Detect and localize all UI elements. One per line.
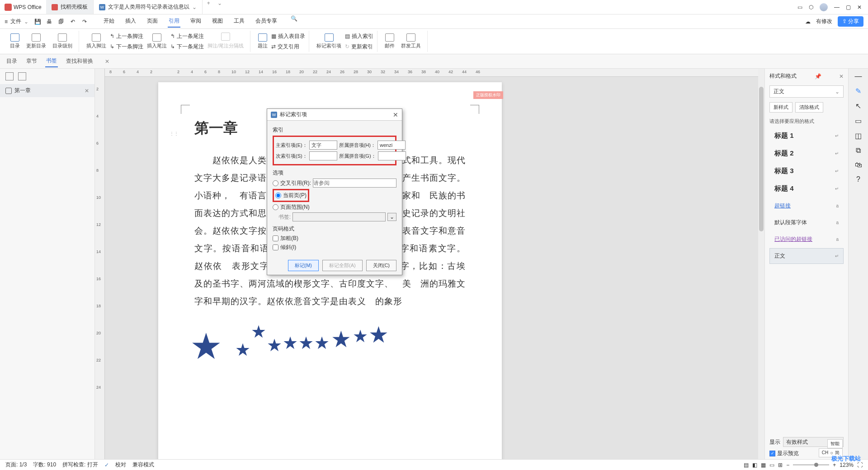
bold-checkbox[interactable] bbox=[273, 235, 278, 241]
chain-icon[interactable]: ⧉ bbox=[856, 146, 861, 155]
word-count[interactable]: 字数: 910 bbox=[33, 461, 56, 469]
sort-desc-icon[interactable] bbox=[18, 72, 26, 80]
search-icon[interactable]: 🔍 bbox=[291, 15, 297, 28]
toc-level-button[interactable]: 目录级别 bbox=[50, 33, 75, 49]
style-visited-link[interactable]: 已访问的超链接a bbox=[769, 231, 844, 247]
drag-handle-icon[interactable]: ⋮⋮ bbox=[170, 131, 179, 136]
dialog-close-icon[interactable]: ✕ bbox=[393, 111, 398, 118]
close-icon[interactable]: ✕ bbox=[857, 4, 862, 10]
next-endnote[interactable]: ↳ 下一条尾注 bbox=[170, 42, 204, 52]
view-icon3[interactable]: ▦ bbox=[761, 462, 766, 468]
new-style-button[interactable]: 新样式 bbox=[769, 102, 793, 113]
file-menu[interactable]: ≡ 文件 ⌄ bbox=[5, 18, 28, 25]
style-heading3[interactable]: 标题 3↵ bbox=[769, 163, 844, 179]
scrollbar[interactable] bbox=[758, 69, 764, 461]
dialog-titlebar[interactable]: W 标记索引项 ✕ bbox=[267, 109, 402, 121]
page-range-option[interactable]: 页面范围(N) bbox=[273, 203, 396, 211]
menu-view[interactable]: 视图 bbox=[211, 15, 224, 28]
pin-icon[interactable]: 📌 bbox=[815, 73, 821, 80]
cross-ref-input[interactable] bbox=[313, 179, 396, 188]
current-page-radio[interactable] bbox=[275, 193, 281, 198]
spellcheck-status[interactable]: 拼写检查: 打开 bbox=[62, 461, 98, 469]
sort-asc-icon[interactable] bbox=[5, 72, 14, 80]
tab-dropdown-icon[interactable]: ⌄ bbox=[192, 4, 197, 10]
mail-button[interactable]: 邮件 bbox=[382, 33, 397, 49]
view-icon5[interactable]: ⊞ bbox=[778, 462, 783, 468]
cloud-icon[interactable]: ☁ bbox=[805, 19, 811, 25]
italic-checkbox[interactable] bbox=[273, 244, 278, 250]
view-icon1[interactable]: ▤ bbox=[744, 462, 749, 468]
style-heading2[interactable]: 标题 2↵ bbox=[769, 145, 844, 162]
close-button[interactable]: 关闭(C) bbox=[366, 260, 396, 271]
bookmark-dropdown-icon[interactable]: ⌄ bbox=[387, 213, 396, 221]
preview-icon[interactable]: 🗐 bbox=[57, 19, 65, 25]
share-button[interactable]: ⇪ 分享 bbox=[838, 16, 863, 27]
sub-entry-input[interactable] bbox=[309, 151, 337, 160]
nav-tab-find[interactable]: 查找和替换 bbox=[65, 56, 94, 67]
maximize-icon[interactable]: ▢ bbox=[846, 4, 851, 10]
cube-icon[interactable]: ⬡ bbox=[809, 4, 813, 10]
mark-entry-button[interactable]: 标记索引项 bbox=[314, 33, 344, 49]
cross-ref-option[interactable]: 交叉引用(R): bbox=[273, 179, 396, 188]
insert-endnote-button[interactable]: 插入尾注 bbox=[144, 33, 170, 49]
style-hyperlink[interactable]: 超链接a bbox=[769, 198, 844, 214]
select-icon[interactable]: ▭ bbox=[855, 117, 862, 125]
prev-endnote[interactable]: ↰ 上一条尾注 bbox=[170, 32, 204, 41]
page-range-radio[interactable] bbox=[273, 204, 278, 210]
menu-reference[interactable]: 引用 bbox=[168, 15, 180, 28]
pinyin-h-input[interactable] bbox=[377, 141, 406, 150]
panel-close-icon[interactable]: ✕ bbox=[839, 73, 844, 80]
nav-tab-chapter[interactable]: 章节 bbox=[25, 56, 38, 67]
menu-start[interactable]: 开始 bbox=[103, 15, 115, 28]
current-style-combo[interactable]: 正文 ⌄ bbox=[769, 85, 844, 98]
tab-document[interactable]: W 文字是人类用符号记录表达信息以 ⌄ bbox=[94, 0, 203, 14]
toc-button[interactable]: 目录 bbox=[7, 33, 23, 49]
cross-ref-radio[interactable] bbox=[273, 180, 278, 186]
mail-merge-button[interactable]: 群发工具 bbox=[398, 33, 424, 49]
tab-list-icon[interactable]: ⌄ bbox=[217, 0, 222, 14]
mark-button[interactable]: 标记(M) bbox=[288, 260, 319, 271]
bookmark-select[interactable] bbox=[292, 212, 386, 221]
save-icon[interactable]: 💾 bbox=[34, 19, 41, 25]
page-indicator[interactable]: 页面: 1/3 bbox=[5, 461, 27, 469]
slider-thumb[interactable] bbox=[814, 463, 818, 467]
bold-option[interactable]: 加粗(B) bbox=[273, 235, 396, 242]
menu-member[interactable]: 会员专享 bbox=[255, 15, 278, 28]
zoom-out-icon[interactable]: − bbox=[786, 462, 789, 468]
menu-tools[interactable]: 工具 bbox=[233, 15, 245, 28]
zoom-slider[interactable] bbox=[793, 464, 829, 465]
scrollbar-thumb[interactable] bbox=[759, 87, 764, 231]
style-heading4[interactable]: 标题 4↵ bbox=[769, 180, 844, 197]
tab-template[interactable]: 找稻壳模板 bbox=[46, 0, 94, 14]
insert-index[interactable]: ▤ 插入索引 bbox=[345, 32, 373, 41]
help-icon[interactable]: ? bbox=[856, 175, 860, 183]
menu-insert[interactable]: 插入 bbox=[124, 15, 137, 28]
mark-all-button[interactable]: 标记全部(A) bbox=[322, 260, 363, 271]
next-footnote[interactable]: ↳ 下一条脚注 bbox=[110, 42, 143, 52]
view-icon2[interactable]: ◧ bbox=[752, 462, 757, 468]
brush-icon[interactable]: ✎ bbox=[855, 87, 861, 95]
menu-review[interactable]: 审阅 bbox=[189, 15, 202, 28]
insert-footnote-button[interactable]: 插入脚注 bbox=[84, 33, 109, 49]
cross-ref[interactable]: ⇄ 交叉引用 bbox=[271, 42, 305, 52]
style-normal[interactable]: 正文↵ bbox=[769, 248, 844, 264]
box-icon[interactable]: ▭ bbox=[797, 4, 802, 10]
clear-format-button[interactable]: 清除格式 bbox=[795, 102, 823, 113]
collapse-icon[interactable]: — bbox=[855, 72, 862, 80]
pinyin-g-input[interactable] bbox=[378, 151, 406, 160]
proof-icon[interactable]: ✓ bbox=[104, 462, 109, 468]
undo-icon[interactable]: ↶ bbox=[69, 19, 76, 25]
style-default-font[interactable]: 默认段落字体a bbox=[769, 215, 844, 230]
cursor-icon[interactable]: ↖ bbox=[855, 102, 861, 110]
menu-page[interactable]: 页面 bbox=[146, 15, 159, 28]
redo-icon[interactable]: ↷ bbox=[81, 19, 88, 25]
print-icon[interactable]: 🖶 bbox=[46, 19, 53, 25]
nav-tab-toc[interactable]: 目录 bbox=[5, 56, 18, 67]
bookmark-delete-icon[interactable]: ✕ bbox=[85, 88, 89, 94]
proof-label[interactable]: 校对 bbox=[115, 461, 126, 469]
style-heading1[interactable]: 标题 1↵ bbox=[769, 127, 844, 144]
document-area[interactable]: 2 4 6 8 10 12 14 16 18 20 22 24 8 6 4 2 … bbox=[95, 69, 764, 461]
main-entry-input[interactable] bbox=[309, 141, 337, 150]
bookmark-item[interactable]: 第一章 ✕ bbox=[0, 84, 94, 97]
user-avatar[interactable] bbox=[820, 3, 828, 11]
